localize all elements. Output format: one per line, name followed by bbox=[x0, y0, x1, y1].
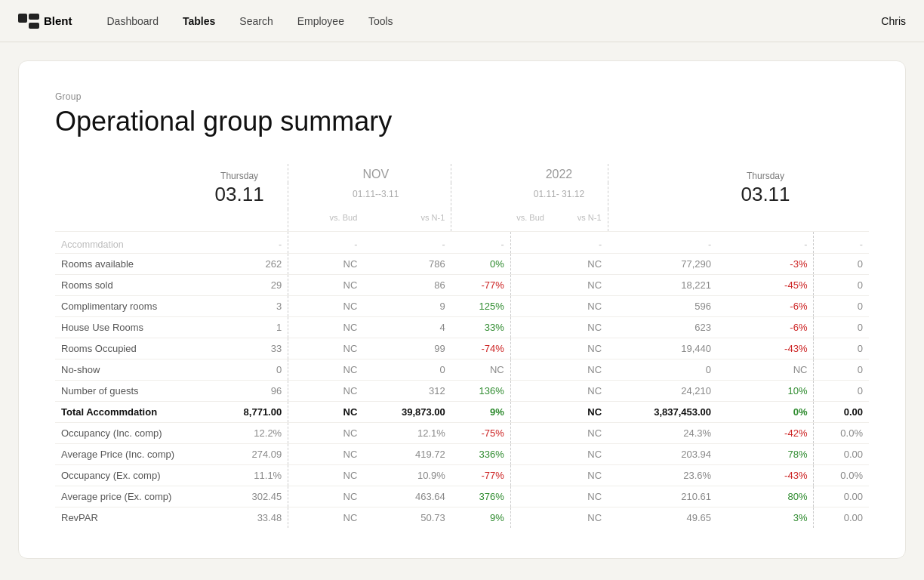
row-category: Rooms sold bbox=[55, 274, 191, 295]
row-value: 125% bbox=[451, 295, 510, 316]
data-row: Rooms available262NC7860%NC77,290-3%0 bbox=[55, 253, 869, 274]
col-separator bbox=[510, 507, 550, 528]
col-separator bbox=[288, 507, 301, 528]
data-row: Average Price (Inc. comp)274.09NC419.723… bbox=[55, 443, 869, 464]
col-separator bbox=[288, 486, 301, 507]
row-value: 210.61 bbox=[608, 486, 717, 507]
row-value: -6% bbox=[717, 316, 814, 338]
row-value: 1 bbox=[191, 316, 288, 338]
col-header-nov-label: NOV bbox=[300, 164, 451, 183]
col-separator bbox=[510, 316, 550, 338]
col-separator bbox=[510, 380, 550, 401]
row-value: NC bbox=[550, 359, 608, 380]
row-value: NC bbox=[300, 338, 363, 359]
data-row: Number of guests96NC312136%NC24,21010%0 bbox=[55, 380, 869, 401]
col-separator bbox=[510, 401, 550, 422]
row-value: NC bbox=[550, 401, 608, 422]
col-separator bbox=[288, 401, 301, 422]
row-value: NC bbox=[300, 274, 363, 295]
row-value: NC bbox=[550, 507, 608, 528]
row-value: 49.65 bbox=[608, 507, 717, 528]
row-value: NC bbox=[300, 253, 363, 274]
col-separator bbox=[510, 253, 550, 274]
row-category: Average price (Ex. comp) bbox=[55, 486, 191, 507]
row-value: - bbox=[451, 231, 510, 253]
row-value: 9% bbox=[451, 401, 510, 422]
row-value: 50.73 bbox=[363, 507, 451, 528]
total-row: Total Accommdation8,771.00NC39,873.009%N… bbox=[55, 401, 869, 422]
row-value: NC bbox=[550, 486, 608, 507]
page-title: Operational group summary bbox=[55, 106, 869, 137]
col-date-sep3 bbox=[608, 183, 717, 209]
row-value: NC bbox=[300, 359, 363, 380]
col-separator bbox=[510, 338, 550, 359]
data-row: Average price (Ex. comp)302.45NC463.6437… bbox=[55, 486, 869, 507]
row-value: 11.1% bbox=[191, 464, 288, 486]
row-value: 419.72 bbox=[363, 443, 451, 464]
row-value: NC bbox=[300, 380, 363, 401]
row-value: -42% bbox=[717, 422, 814, 443]
row-value: 0 bbox=[815, 316, 869, 338]
main-content: Group Operational group summary Thursday… bbox=[18, 60, 906, 559]
row-value: NC bbox=[451, 359, 510, 380]
row-value: 596 bbox=[608, 295, 717, 316]
col-header-thursday2-label: Thursday bbox=[717, 164, 814, 183]
col-sub-vs-n1-1: vs N-1 bbox=[363, 209, 451, 232]
col-separator bbox=[288, 380, 301, 401]
row-value: 0% bbox=[451, 253, 510, 274]
nav-search[interactable]: Search bbox=[229, 11, 283, 32]
header-row-sublabels: vs. Bud vs N-1 vs. Bud vs N-1 bbox=[55, 209, 869, 232]
svg-rect-1 bbox=[29, 14, 39, 20]
row-value: 786 bbox=[363, 253, 451, 274]
row-value: -6% bbox=[717, 295, 814, 316]
row-value: 8,771.00 bbox=[191, 401, 288, 422]
nav-tools[interactable]: Tools bbox=[358, 11, 404, 32]
col-header-thursday-label: Thursday bbox=[191, 164, 288, 183]
row-category: House Use Rooms bbox=[55, 316, 191, 338]
row-category: Occupancy (Inc. comp) bbox=[55, 422, 191, 443]
row-value: 0 bbox=[815, 380, 869, 401]
row-value: 623 bbox=[608, 316, 717, 338]
col-header-2022-label: 2022 bbox=[510, 164, 608, 183]
col-sub-sep1 bbox=[288, 209, 301, 232]
col-sub-vs-n1-2: vs N-1 bbox=[550, 209, 608, 232]
row-value: 19,440 bbox=[608, 338, 717, 359]
row-value: NC bbox=[300, 507, 363, 528]
row-value: NC bbox=[300, 464, 363, 486]
nav-links: Dashboard Tables Search Employee Tools bbox=[97, 11, 404, 32]
row-value: NC bbox=[717, 359, 814, 380]
svg-rect-0 bbox=[18, 14, 27, 23]
nav-employee[interactable]: Employee bbox=[287, 11, 355, 32]
col-separator bbox=[510, 274, 550, 295]
row-value: 0 bbox=[608, 359, 717, 380]
col-sep-3 bbox=[608, 164, 717, 183]
data-row: House Use Rooms1NC433%NC623-6%0 bbox=[55, 316, 869, 338]
col-separator bbox=[288, 443, 301, 464]
col-separator bbox=[510, 422, 550, 443]
col-date-year-range: 01.11- 31.12 bbox=[510, 183, 608, 209]
col-date-sep2 bbox=[451, 183, 510, 209]
row-value: NC bbox=[300, 401, 363, 422]
col-separator bbox=[288, 274, 301, 295]
row-value: NC bbox=[300, 316, 363, 338]
col-date-thursday2: 03.11 bbox=[717, 183, 814, 209]
row-value: 86 bbox=[363, 274, 451, 295]
logo-text: Blent bbox=[44, 14, 72, 27]
logo[interactable]: Blent bbox=[18, 14, 72, 29]
row-value: NC bbox=[300, 295, 363, 316]
col-date-nov-range: 01.11--3.11 bbox=[300, 183, 451, 209]
nav-tables[interactable]: Tables bbox=[172, 11, 226, 32]
row-value: -77% bbox=[451, 274, 510, 295]
row-value: NC bbox=[550, 380, 608, 401]
row-value: NC bbox=[550, 316, 608, 338]
row-value: 3,837,453.00 bbox=[608, 401, 717, 422]
row-value: 3 bbox=[191, 295, 288, 316]
row-value: 96 bbox=[191, 380, 288, 401]
header-row-group: Thursday NOV 2022 Thursday bbox=[55, 164, 869, 183]
row-value: - bbox=[300, 231, 363, 253]
col-sub-empty2 bbox=[191, 209, 288, 232]
nav-dashboard[interactable]: Dashboard bbox=[97, 11, 170, 32]
row-value: 312 bbox=[363, 380, 451, 401]
col-separator bbox=[510, 486, 550, 507]
row-value: 33 bbox=[191, 338, 288, 359]
